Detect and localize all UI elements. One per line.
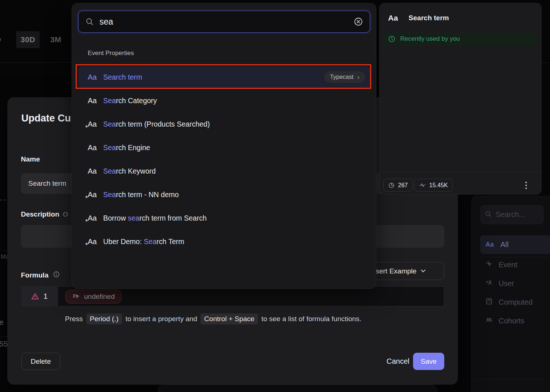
info-icon[interactable]: [53, 271, 60, 280]
clear-search-icon[interactable]: [354, 17, 363, 26]
recently-used-badge: Recently used by you: [383, 33, 538, 45]
text-type-icon: Aa: [88, 97, 98, 105]
formula-editor[interactable]: 1 undefined: [21, 286, 444, 306]
description-label-text: Description: [21, 210, 59, 218]
background-text-fragment: e: [0, 318, 4, 327]
calculator-icon: [485, 298, 493, 306]
period-kbd: Period (.): [86, 313, 122, 324]
range-button-7d[interactable]: D: [0, 31, 7, 48]
formula-help-text: Press Period (.) to insert a property an…: [65, 313, 361, 324]
sidebar-item-computed[interactable]: Computed: [480, 294, 550, 310]
sidebar-item-label: Event: [499, 261, 517, 269]
range-button-3m[interactable]: 3M: [46, 31, 65, 48]
background-number-fragment: 55: [0, 340, 8, 348]
search-results-list: Aa Search term Typecast › Aa Search Cate…: [78, 66, 370, 254]
property-detail-panel: Aa Search term Recently used by you 267 …: [379, 3, 542, 195]
detail-footer-divider: [380, 172, 541, 173]
sidebar-item-user[interactable]: User: [480, 275, 550, 291]
insert-example-label: Insert Example: [370, 267, 417, 275]
property-search-input[interactable]: [99, 17, 348, 27]
result-row-uber-demo-search-term[interactable]: Aa Uber Demo: Search Term: [78, 231, 370, 252]
typecast-label: Typecast: [330, 74, 354, 80]
text-type-icon: Aa: [485, 241, 494, 248]
chevron-right-icon: ›: [357, 75, 359, 80]
text-type-custom-icon: Aa: [88, 237, 98, 246]
sidebar-item-label: All: [500, 240, 509, 249]
sidebar-item-label: Computed: [499, 298, 532, 306]
result-row-search-keyword[interactable]: Aa Search Keyword: [78, 160, 370, 182]
formula-label: Formula: [21, 271, 60, 280]
more-options-icon[interactable]: [521, 180, 531, 190]
people-icon: [485, 316, 493, 325]
typecast-button[interactable]: Typecast ›: [324, 71, 365, 83]
section-header: Event Properties: [88, 50, 134, 57]
volume-stat-pill[interactable]: 15.45K: [414, 179, 453, 192]
save-button[interactable]: Save: [413, 353, 444, 370]
text-type-icon: Aa: [388, 14, 398, 22]
description-label: DescriptionO: [21, 210, 68, 218]
result-row-search-engine[interactable]: Aa Search Engine: [78, 137, 370, 158]
cardinality-stat-pill[interactable]: 267: [383, 179, 413, 192]
sidebar-bottom-divider: [476, 379, 544, 380]
cursor-click-icon: [485, 260, 493, 269]
help-text: to see a list of formula functions.: [261, 315, 361, 323]
badge-label: Recently used by you: [400, 35, 460, 43]
text-type-icon: Aa: [88, 73, 98, 81]
result-row-search-term-nn-demo[interactable]: Aa Search term - NN demo: [78, 184, 370, 205]
modal-title: Update Cu: [21, 113, 71, 124]
text-type-custom-icon: Aa: [88, 120, 98, 128]
property-type-sidebar: Aa All Event User Computed Cohort: [471, 196, 550, 392]
error-count: 1: [43, 292, 47, 301]
text-type-custom-icon: Aa: [88, 190, 98, 199]
chevron-down-icon: [421, 268, 426, 272]
help-text: to insert a property and: [126, 315, 197, 323]
text-type-custom-icon: Aa: [88, 214, 98, 222]
chip-label: undefined: [84, 293, 115, 301]
sidebar-item-event[interactable]: Event: [480, 257, 550, 273]
text-type-icon: Aa: [88, 144, 98, 152]
property-search-popover: Event Properties Aa Search term Typecast…: [72, 3, 376, 289]
delete-button[interactable]: Delete: [21, 353, 60, 370]
user-list-icon: [485, 279, 493, 288]
app-root: D 30D 3M May e 55 Aa All Event: [0, 0, 550, 392]
search-icon: [85, 17, 94, 26]
result-row-search-term-products-searched[interactable]: Aa Search term (Products Searched): [78, 113, 370, 135]
sidebar-item-label: User: [499, 279, 514, 288]
cancel-button[interactable]: Cancel: [369, 353, 409, 370]
formula-input[interactable]: undefined: [58, 286, 444, 306]
sidebar-search-field[interactable]: [480, 205, 544, 224]
detail-title: Search term: [409, 14, 449, 22]
volume-value: 15.45K: [429, 182, 448, 189]
result-row-search-category[interactable]: Aa Search Category: [78, 90, 370, 111]
sidebar-item-cohorts[interactable]: Cohorts: [480, 313, 550, 329]
formula-label-text: Formula: [21, 271, 48, 279]
sidebar-item-label: Cohorts: [499, 317, 524, 325]
detail-header: Aa Search term: [388, 14, 449, 22]
name-label: Name: [21, 155, 40, 163]
sidebar-search-input[interactable]: [496, 210, 532, 219]
control-space-kbd: Control + Space: [200, 313, 258, 324]
text-type-icon: Aa: [88, 167, 98, 175]
warning-icon: [31, 293, 39, 300]
range-button-30d[interactable]: 30D: [16, 31, 40, 48]
sidebar-item-all[interactable]: Aa All: [480, 235, 550, 254]
property-search-field[interactable]: [78, 11, 370, 33]
undefined-property-chip[interactable]: undefined: [65, 290, 122, 304]
cardinality-value: 267: [398, 182, 408, 189]
background-card-edge: [158, 385, 437, 392]
search-icon: [485, 210, 492, 219]
result-row-borrow-search-term[interactable]: Aa Borrow search term from Search: [78, 207, 370, 229]
clock-icon: [388, 35, 395, 43]
help-text: Press: [65, 315, 83, 323]
formula-error-gutter: 1: [21, 286, 58, 306]
optional-hint: O: [63, 211, 68, 218]
result-row-search-term[interactable]: Aa Search term Typecast ›: [78, 66, 370, 88]
